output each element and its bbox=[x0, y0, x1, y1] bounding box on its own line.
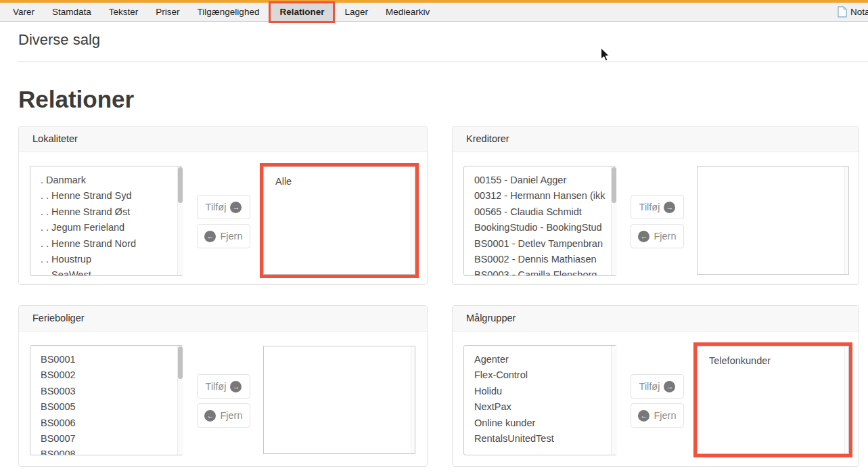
list-item[interactable]: BS0003 - Camilla Flensborg bbox=[464, 267, 606, 276]
list-item[interactable]: BS0006 bbox=[30, 415, 173, 431]
selected-listbox[interactable] bbox=[263, 346, 415, 454]
available-listbox[interactable]: BS0001BS0002BS0003BS0005BS0006BS0007BS00… bbox=[30, 345, 183, 455]
tab-lager[interactable]: Lager bbox=[336, 3, 377, 21]
add-button-label: Tilføj bbox=[639, 381, 660, 392]
note-label: Notat bbox=[850, 7, 868, 17]
list-item[interactable]: . . Houstrup bbox=[30, 252, 173, 267]
tab-tekster[interactable]: Tekster bbox=[100, 3, 147, 21]
selected-listbox-wrap bbox=[260, 342, 419, 457]
tab-tilgaengelighed[interactable]: Tilgængelighed bbox=[189, 3, 269, 21]
tab-stamdata[interactable]: Stamdata bbox=[43, 3, 100, 21]
list-item[interactable]: BS0007 bbox=[30, 431, 173, 447]
add-button-label: Tilføj bbox=[206, 202, 227, 212]
list-item[interactable]: . . Henne Strand Nord bbox=[30, 236, 173, 252]
add-button-label: Tilføj bbox=[639, 202, 660, 212]
list-item[interactable]: RentalsUnitedTest bbox=[464, 431, 606, 447]
available-listbox[interactable]: 00155 - Daniel Agger00312 - Hermann Hans… bbox=[463, 166, 617, 276]
list-item[interactable]: BS0002 - Dennis Mathiasen bbox=[464, 252, 606, 267]
selected-listbox[interactable]: Alle bbox=[263, 166, 415, 275]
list-item[interactable]: BS0005 bbox=[30, 399, 173, 415]
tab-varer[interactable]: Varer bbox=[4, 3, 43, 21]
document-icon bbox=[838, 6, 847, 18]
tab-relationer[interactable]: Relationer bbox=[271, 3, 333, 21]
scrollbar-track[interactable] bbox=[177, 166, 183, 275]
note-link[interactable]: Notat bbox=[838, 3, 868, 21]
breadcrumb-subtitle: Diverse salg bbox=[18, 31, 100, 49]
arrow-left-circle-icon: ← bbox=[638, 410, 649, 422]
arrow-right-circle-icon: → bbox=[230, 202, 242, 213]
list-item[interactable]: Agenter bbox=[464, 352, 606, 367]
remove-button-label: Fjern bbox=[220, 231, 242, 242]
list-item[interactable]: 00155 - Daniel Agger bbox=[464, 173, 606, 188]
list-item[interactable]: BS0001 - Detlev Tampenbran bbox=[464, 236, 606, 252]
list-item[interactable]: BookingStudio - BookingStud bbox=[464, 220, 606, 235]
scrollbar-thumb[interactable] bbox=[178, 167, 183, 203]
scrollbar-track[interactable] bbox=[611, 346, 617, 455]
remove-button-label: Fjern bbox=[654, 231, 676, 242]
add-button[interactable]: Tilføj → bbox=[197, 195, 250, 219]
panel-title: Målgrupper bbox=[453, 306, 859, 332]
annotation-highlight: Telefonkunder bbox=[693, 342, 852, 457]
header-divider bbox=[17, 62, 868, 62]
scrollbar-track bbox=[844, 346, 848, 453]
arrow-right-circle-icon: → bbox=[230, 381, 242, 392]
list-item[interactable]: Telefonkunder bbox=[698, 353, 840, 369]
panel-kreditorer: Kreditorer 00155 - Daniel Agger00312 - H… bbox=[452, 126, 859, 285]
list-item[interactable]: 00565 - Claudia Schmidt bbox=[464, 204, 606, 220]
list-item[interactable]: NextPax bbox=[464, 399, 606, 415]
remove-button[interactable]: ← Fjern bbox=[631, 403, 684, 428]
scrollbar-track bbox=[411, 167, 415, 274]
scrollbar-track[interactable] bbox=[611, 166, 617, 275]
panel-maalgrupper: Målgrupper AgenterFlex-ControlHoliduNext… bbox=[452, 305, 859, 467]
list-item[interactable]: Holidu bbox=[464, 384, 606, 399]
arrow-right-circle-icon: → bbox=[664, 381, 675, 392]
remove-button-label: Fjern bbox=[654, 410, 676, 421]
selected-listbox[interactable] bbox=[697, 166, 849, 275]
selected-listbox[interactable]: Telefonkunder bbox=[697, 346, 849, 454]
list-item[interactable]: BS0001 bbox=[30, 352, 173, 367]
arrow-right-circle-icon: → bbox=[664, 202, 675, 213]
panel-title: Lokaliteter bbox=[19, 127, 427, 152]
remove-button[interactable]: ← Fjern bbox=[631, 224, 684, 248]
list-item[interactable]: BS0008 bbox=[30, 447, 173, 455]
arrow-left-circle-icon: ← bbox=[204, 410, 216, 422]
add-button-label: Tilføj bbox=[206, 381, 227, 392]
list-item[interactable]: . . SeaWest bbox=[30, 267, 173, 276]
list-item[interactable]: . . Henne Strand Øst bbox=[30, 204, 173, 220]
panel-lokaliteter: Lokaliteter . Danmark. . Henne Strand Sy… bbox=[18, 126, 428, 285]
tab-mediearkiv[interactable]: Mediearkiv bbox=[377, 3, 438, 21]
add-button[interactable]: Tilføj → bbox=[631, 374, 684, 399]
add-button[interactable]: Tilføj → bbox=[631, 195, 684, 219]
add-button[interactable]: Tilføj → bbox=[197, 374, 250, 399]
list-item[interactable]: Alle bbox=[264, 174, 406, 189]
panel-ferieboliger: Ferieboliger BS0001BS0002BS0003BS0005BS0… bbox=[18, 305, 428, 467]
relations-page: { "colors": { "accent_orange": "#efa42f"… bbox=[0, 0, 868, 475]
annotation-highlight: Alle bbox=[260, 163, 419, 278]
list-item[interactable]: BS0002 bbox=[30, 367, 173, 383]
available-listbox[interactable]: . Danmark. . Henne Strand Syd. . Henne S… bbox=[30, 166, 183, 276]
available-listbox[interactable]: AgenterFlex-ControlHoliduNextPaxOnline k… bbox=[463, 345, 617, 455]
list-item[interactable]: Flex-Control bbox=[464, 367, 606, 383]
list-item[interactable]: BS0003 bbox=[30, 384, 173, 399]
panel-title: Ferieboliger bbox=[19, 306, 427, 332]
list-item[interactable]: . . Henne Strand Syd bbox=[30, 188, 173, 204]
page-title: Relationer bbox=[18, 86, 134, 113]
list-item[interactable]: . Danmark bbox=[30, 173, 173, 188]
list-item[interactable]: 00312 - Hermann Hansen (ikk bbox=[464, 188, 606, 204]
arrow-left-circle-icon: ← bbox=[204, 231, 216, 242]
list-item[interactable]: . . Jegum Ferieland bbox=[30, 220, 173, 235]
scrollbar-thumb[interactable] bbox=[178, 346, 183, 379]
mouse-cursor bbox=[600, 47, 611, 62]
tab-bar: Varer Stamdata Tekster Priser Tilgængeli… bbox=[0, 3, 868, 22]
remove-button-label: Fjern bbox=[220, 410, 242, 421]
scrollbar-track bbox=[411, 346, 415, 453]
scrollbar-thumb[interactable] bbox=[612, 167, 616, 203]
scrollbar-track[interactable] bbox=[177, 346, 183, 455]
list-item[interactable]: Online kunder bbox=[464, 415, 606, 431]
remove-button[interactable]: ← Fjern bbox=[197, 403, 250, 428]
remove-button[interactable]: ← Fjern bbox=[197, 224, 250, 248]
panel-title: Kreditorer bbox=[453, 127, 859, 152]
tab-priser[interactable]: Priser bbox=[147, 3, 188, 21]
arrow-left-circle-icon: ← bbox=[638, 231, 649, 242]
scrollbar-track bbox=[844, 167, 848, 274]
